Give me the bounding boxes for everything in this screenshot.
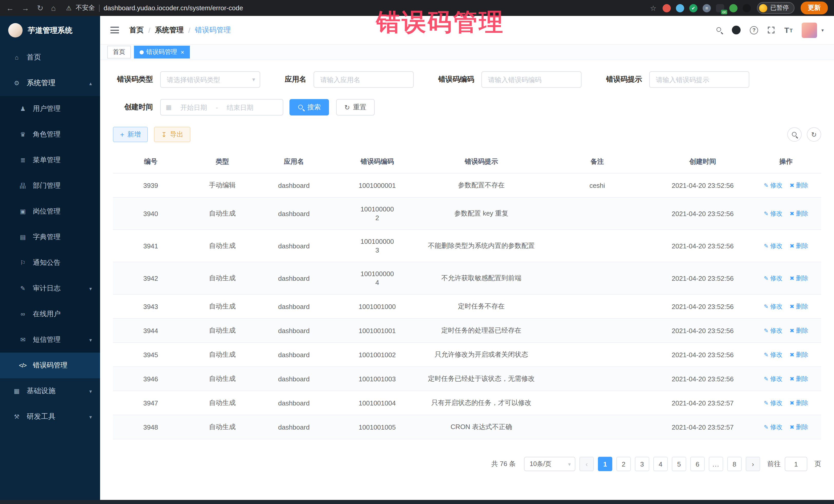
page-size-select[interactable]: 10条/页 ▾ [524,457,575,471]
extension-icon[interactable] [676,4,684,12]
breadcrumb-home[interactable]: 首页 [129,25,144,35]
prev-page-button[interactable]: ‹ [579,457,594,471]
home-nav-icon[interactable]: ⌂ [51,4,56,12]
sidebar-item-user-management[interactable]: ♟用户管理 [0,96,100,122]
show-search-button[interactable] [787,127,802,141]
goto-page-input[interactable] [785,457,807,471]
delete-button[interactable]: ✖删除 [790,241,808,250]
delete-button[interactable]: ✖删除 [790,326,808,335]
sidebar-item-post-management[interactable]: ▣岗位管理 [0,199,100,224]
start-date-input[interactable] [174,104,214,111]
fullscreen-icon[interactable] [767,26,775,34]
edit-button[interactable]: ✎修改 [764,423,783,431]
next-page-button[interactable]: › [746,457,760,471]
font-size-icon[interactable] [784,26,793,34]
delete-button[interactable]: ✖删除 [790,181,808,190]
edit-button[interactable]: ✎修改 [764,326,783,335]
breadcrumb-separator: / [188,26,191,34]
sidebar-item-label: 岗位管理 [33,207,92,216]
edit-button[interactable]: ✎修改 [764,374,783,383]
tab-error-code-management[interactable]: 错误码管理 × [134,46,190,59]
bottom-strip [0,500,834,504]
delete-button[interactable]: ✖删除 [790,423,808,431]
edit-button[interactable]: ✎修改 [764,302,783,311]
add-button[interactable]: + 新增 [113,127,148,142]
url-text[interactable]: dashboard.yudao.iocoder.cn/system/error-… [104,4,243,12]
export-button[interactable]: ↧ 导出 [154,127,191,142]
extension-icon[interactable]: on [716,4,724,12]
security-label[interactable]: 不安全 [76,4,95,12]
delete-button[interactable]: ✖删除 [790,350,808,359]
sidebar-item-sms-management[interactable]: ✉短信管理▾ [0,327,100,353]
edit-icon: ✎ [764,182,769,189]
refresh-table-button[interactable]: ↻ [807,127,821,141]
delete-button[interactable]: ✖删除 [790,274,808,283]
chevron-down-icon: ▾ [89,388,92,394]
error-code-input[interactable] [481,71,581,88]
edit-button[interactable]: ✎修改 [764,181,783,190]
edit-button[interactable]: ✎修改 [764,241,783,250]
sidebar-item-audit-log[interactable]: ✎审计日志▾ [0,276,100,301]
extension-icon[interactable]: ✔ [689,4,698,12]
sidebar-item-dict-management[interactable]: ▤字典管理 [0,224,100,250]
sidebar-item-dev-tools[interactable]: ⚒研发工具▾ [0,404,100,430]
extension-icon[interactable] [743,4,751,12]
app-logo[interactable]: 芋道管理系统 [0,16,100,45]
sidebar-item-error-code-management[interactable]: </>错误码管理 [0,353,100,378]
extension-icon[interactable] [663,4,671,12]
user-avatar[interactable] [802,22,817,38]
end-date-input[interactable] [220,104,260,111]
hamburger-icon[interactable] [110,27,119,34]
back-icon[interactable]: ← [6,4,14,12]
edit-button[interactable]: ✎修改 [764,350,783,359]
page-button-5[interactable]: 5 [672,457,686,471]
sidebar-item-home[interactable]: ⌂首页 [0,45,100,70]
sidebar-item-notice-announcement[interactable]: ⚐通知公告 [0,250,100,276]
close-icon[interactable]: × [181,48,184,56]
forward-icon[interactable]: → [22,4,29,12]
error-hint-input[interactable] [649,71,749,88]
app-name-input[interactable] [313,71,414,88]
page-button-1[interactable]: 1 [598,457,612,471]
extension-icon[interactable] [729,4,738,12]
sidebar-item-label: 用户管理 [33,104,92,113]
page-button-2[interactable]: 2 [616,457,631,471]
tab-home[interactable]: 首页 [107,46,131,59]
address-bar[interactable]: ⚠ 不安全 dashboard.yudao.iocoder.cn/system/… [66,4,650,12]
edit-button[interactable]: ✎修改 [764,209,783,218]
reset-button[interactable]: ↻ 重置 [336,99,375,115]
search-icon[interactable] [716,27,723,34]
edit-button[interactable]: ✎修改 [764,274,783,283]
delete-button[interactable]: ✖删除 [790,398,808,407]
delete-button[interactable]: ✖删除 [790,302,808,311]
page-button-6[interactable]: 6 [690,457,705,471]
github-icon[interactable] [732,26,741,35]
more-pages-button[interactable]: ... [709,457,723,471]
delete-button[interactable]: ✖删除 [790,374,808,383]
reload-icon[interactable]: ↻ [37,4,43,12]
bookmark-star-icon[interactable]: ☆ [650,4,656,12]
sidebar-item-system-management[interactable]: ⚙系统管理▴ [0,70,100,96]
sidebar-item-menu-management[interactable]: ≣菜单管理 [0,147,100,173]
help-icon[interactable]: ? [750,26,758,34]
profile-paused-badge[interactable]: 已暂停 [757,2,794,14]
search-button[interactable]: 搜索 [289,99,329,115]
cell-actions: ✎修改✖删除 [751,319,821,343]
edit-button[interactable]: ✎修改 [764,398,783,407]
update-button[interactable]: 更新 [800,2,828,14]
error-type-select[interactable]: ▾ [160,71,260,88]
delete-button[interactable]: ✖删除 [790,209,808,218]
sidebar-item-infrastructure[interactable]: ▦基础设施▾ [0,378,100,404]
extension-icon[interactable]: ≡ [703,4,711,12]
sidebar-item-dept-management[interactable]: 品部门管理 [0,173,100,199]
page-button-3[interactable]: 3 [635,457,649,471]
sidebar-item-role-management[interactable]: ♛角色管理 [0,122,100,147]
page-button-4[interactable]: 4 [653,457,668,471]
caret-down-icon[interactable]: ▾ [821,27,824,32]
create-time-range-picker[interactable]: ▦ - [160,99,283,115]
search-icon [791,131,798,138]
sidebar-item-online-users[interactable]: ∞在线用户 [0,301,100,327]
page-button-8[interactable]: 8 [727,457,742,471]
error-type-select-input[interactable] [160,71,260,88]
breadcrumb-system-management[interactable]: 系统管理 [155,25,184,35]
